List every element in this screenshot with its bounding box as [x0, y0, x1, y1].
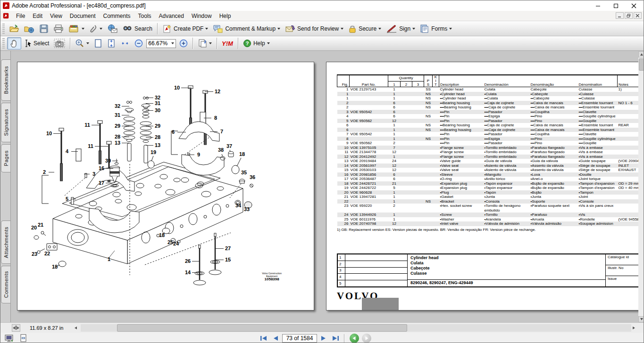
page-number-input[interactable]: [282, 334, 317, 343]
plug-18-top: [232, 158, 241, 174]
fullscreen-view-button[interactable]: [3, 334, 15, 343]
toolbar-grip[interactable]: [2, 24, 5, 34]
menu-advanced[interactable]: Advanced: [155, 11, 188, 21]
horizontal-scrollbar[interactable]: [81, 324, 631, 332]
pane-splitter-button[interactable]: [12, 324, 20, 332]
search-label: Search: [134, 25, 152, 32]
print-button[interactable]: [51, 23, 66, 35]
forms-dropdown-arrow[interactable]: [449, 28, 452, 30]
table-row: 20VOE 9606281•Plug•Tapón•Bujão•Tampon: [337, 190, 644, 195]
next-page-button[interactable]: [317, 334, 329, 343]
scroll-down-button[interactable]: [638, 316, 644, 322]
vertical-scroll-thumb[interactable]: [639, 58, 644, 71]
save-button[interactable]: [37, 23, 50, 35]
hand-tool-button[interactable]: [7, 37, 21, 49]
fit-height-button[interactable]: [105, 37, 117, 49]
select-tool-button[interactable]: Select: [22, 37, 51, 49]
col-q3: 3: [412, 81, 424, 87]
callout-number: 18: [239, 151, 245, 157]
help-button[interactable]: ? Help: [241, 37, 272, 49]
secure-button[interactable]: Secure: [346, 23, 383, 35]
document-pane[interactable]: 1012867910111142332312928133231302928131…: [11, 51, 644, 322]
organizer-button[interactable]: [67, 23, 86, 35]
comment-markup-dropdown-arrow[interactable]: [277, 28, 280, 30]
email-button[interactable]: [105, 23, 119, 35]
send-for-review-button[interactable]: Send for Review: [283, 23, 345, 35]
open-web-page-button[interactable]: [22, 23, 36, 35]
title-bar: Adobe Acrobat Professional - [ec480d_com…: [0, 0, 644, 11]
zoom-tool-button[interactable]: [73, 37, 91, 49]
callout-number: 36: [250, 174, 255, 180]
vertical-scrollbar[interactable]: [638, 51, 644, 322]
snapshot-button[interactable]: [52, 37, 67, 49]
open-button[interactable]: [7, 23, 21, 35]
sign-button[interactable]: Sign: [384, 23, 417, 35]
menu-file[interactable]: File: [12, 11, 29, 21]
create-pdf-dropdown-arrow[interactable]: [205, 28, 208, 30]
search-button[interactable]: Search: [120, 23, 154, 35]
callout-number: 8: [214, 115, 217, 121]
bracket-22: [47, 244, 57, 250]
menu-edit[interactable]: Edit: [29, 11, 46, 21]
menu-tools[interactable]: Tools: [134, 11, 155, 21]
attach-dropdown-arrow[interactable]: [100, 28, 102, 30]
doc-close-button[interactable]: [634, 12, 642, 19]
doc-restore-button[interactable]: [625, 12, 633, 19]
previous-view-button[interactable]: [350, 334, 359, 343]
zoom-level-dropdown-arrow[interactable]: [171, 42, 174, 44]
section-title-es: Culata: [410, 261, 602, 266]
sign-dropdown-arrow[interactable]: [412, 28, 415, 30]
fit-width-button[interactable]: [118, 37, 132, 49]
menu-help[interactable]: Help: [216, 11, 235, 21]
sidebar-tab-bookmarks[interactable]: Bookmarks: [1, 59, 10, 101]
zoom-out-button[interactable]: [133, 37, 145, 49]
sidebar-tab-pages[interactable]: Pages: [1, 144, 10, 172]
zoom-in-button[interactable]: [177, 37, 190, 49]
single-page-view-button[interactable]: [17, 334, 29, 343]
table-row: 1VOE 212971431SSCylinder headCulataCabeç…: [337, 87, 644, 92]
maximize-button[interactable]: [607, 0, 625, 11]
sidebar-tab-comments[interactable]: Comments: [1, 266, 10, 303]
section-title-fr: Culasse: [410, 271, 602, 276]
scroll-right-button[interactable]: [630, 324, 637, 332]
doc-minimize-button[interactable]: [616, 12, 624, 19]
page-display-button[interactable]: [196, 37, 214, 49]
menu-view[interactable]: View: [46, 11, 66, 21]
menu-document[interactable]: Document: [66, 11, 100, 21]
yahoo-messenger-button[interactable]: Y!M: [220, 37, 235, 49]
fit-page-button[interactable]: [92, 37, 104, 49]
organizer-dropdown-arrow[interactable]: [82, 28, 84, 30]
toolbar-grip-2[interactable]: [2, 38, 5, 49]
pdf-doc-icon: [3, 13, 9, 19]
zoom-dropdown-arrow[interactable]: [86, 42, 89, 44]
callout-number: 15: [225, 257, 231, 262]
sidebar-tab-attachments[interactable]: Attachments: [1, 220, 10, 264]
menu-comments[interactable]: Comments: [100, 11, 134, 21]
close-button[interactable]: [625, 0, 643, 11]
next-view-button[interactable]: [362, 334, 371, 343]
minimize-button[interactable]: [589, 0, 607, 11]
page-display-dropdown-arrow[interactable]: [209, 42, 212, 44]
first-page-button[interactable]: [258, 334, 270, 343]
table-row: 26NS••Bearing housing••Caja de cojinete•…: [337, 101, 644, 106]
previous-page-button[interactable]: [270, 334, 282, 343]
attach-button[interactable]: [87, 23, 104, 35]
last-page-button[interactable]: [329, 334, 342, 343]
menu-window[interactable]: Window: [188, 11, 216, 21]
secure-dropdown-arrow[interactable]: [378, 28, 381, 30]
help-dropdown-arrow[interactable]: [267, 42, 270, 44]
table-row: 61NS••Bearing housing••Caja de cojinete•…: [337, 123, 644, 128]
send-for-review-dropdown-arrow[interactable]: [341, 28, 343, 30]
horizontal-scroll-thumb[interactable]: [117, 324, 407, 332]
comment-markup-button[interactable]: Comment & Markup: [211, 23, 282, 35]
zoom-level-combo[interactable]: 66.67%: [146, 39, 176, 48]
toolbar-separator: [192, 38, 193, 49]
screw-36: [250, 184, 253, 188]
forms-button[interactable]: Forms: [418, 23, 454, 35]
scroll-up-button[interactable]: [638, 51, 644, 57]
sidebar-tab-signatures[interactable]: Signatures: [1, 103, 10, 142]
scroll-left-button[interactable]: [72, 324, 79, 332]
sign-label: Sign: [399, 25, 410, 32]
col-denominacion: Denominación: [484, 75, 530, 87]
create-pdf-button[interactable]: Create PDF: [160, 23, 210, 35]
